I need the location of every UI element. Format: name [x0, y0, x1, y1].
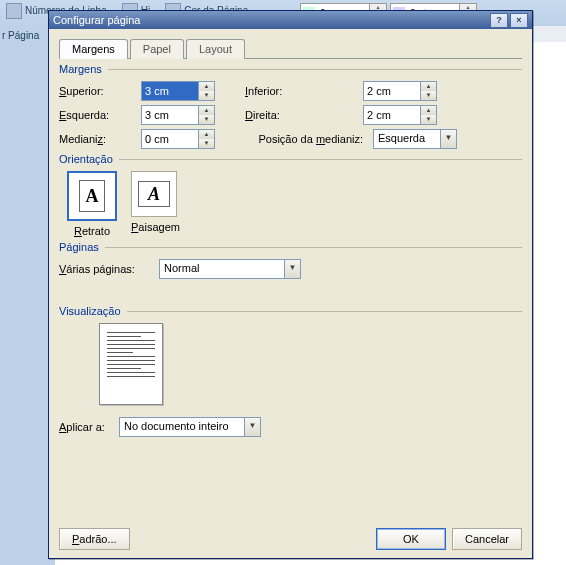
tab-divider — [59, 58, 522, 59]
ok-button[interactable]: OK — [376, 528, 446, 550]
tabstrip: Margens Papel Layout — [59, 37, 522, 59]
label-pos-medianiz: Posição da medianiz: — [215, 133, 373, 145]
spinner[interactable]: ▲▼ — [198, 130, 214, 148]
page-setup-dialog: Configurar página ? × Margens Papel Layo… — [48, 10, 533, 559]
spinner[interactable]: ▲▼ — [198, 82, 214, 100]
tab-margens[interactable]: Margens — [59, 39, 128, 59]
default-button[interactable]: Padrão... — [59, 528, 130, 550]
group-margens: Margens — [59, 63, 522, 75]
label-superior: Superior: — [59, 85, 141, 97]
close-button[interactable]: × — [510, 13, 528, 28]
titlebar[interactable]: Configurar página ? × — [49, 11, 532, 29]
spinner[interactable]: ▲▼ — [198, 106, 214, 124]
input-esquerda[interactable]: ▲▼ — [141, 105, 215, 125]
spinner[interactable]: ▲▼ — [420, 82, 436, 100]
input-medianiz[interactable]: ▲▼ — [141, 129, 215, 149]
combo-varias-paginas[interactable]: Normal ▼ — [159, 259, 301, 279]
orientation-landscape[interactable]: A Paisagem — [131, 171, 180, 237]
group-orientacao: Orientação — [59, 153, 522, 165]
label-direita: Direita: — [215, 109, 363, 121]
input-direita[interactable]: ▲▼ — [363, 105, 437, 125]
label-inferior: Inferior: — [215, 85, 363, 97]
spinner[interactable]: ▲▼ — [420, 106, 436, 124]
chevron-down-icon[interactable]: ▼ — [244, 418, 260, 436]
leftpane-label: r Página — [0, 26, 55, 45]
chevron-down-icon[interactable]: ▼ — [440, 130, 456, 148]
label-aplicar: Aplicar a: — [59, 421, 119, 433]
label-esquerda: Esquerda: — [59, 109, 141, 121]
line-numbers-icon — [6, 3, 22, 19]
orientation-portrait[interactable]: A Retrato — [67, 171, 117, 237]
group-paginas: Páginas — [59, 241, 522, 253]
group-visualizacao: Visualização — [59, 305, 522, 317]
combo-pos-medianiz[interactable]: Esquerda ▼ — [373, 129, 457, 149]
input-inferior[interactable]: ▲▼ — [363, 81, 437, 101]
page-preview — [99, 323, 163, 405]
tab-layout[interactable]: Layout — [186, 39, 245, 59]
dialog-title: Configurar página — [53, 14, 488, 26]
label-medianiz: Medianiz: — [59, 133, 141, 145]
chevron-down-icon[interactable]: ▼ — [284, 260, 300, 278]
combo-aplicar[interactable]: No documento inteiro ▼ — [119, 417, 261, 437]
cancel-button[interactable]: Cancelar — [452, 528, 522, 550]
input-superior[interactable]: ▲▼ — [141, 81, 215, 101]
help-button[interactable]: ? — [490, 13, 508, 28]
label-varias-paginas: Várias páginas: — [59, 263, 159, 275]
tab-papel[interactable]: Papel — [130, 39, 184, 59]
